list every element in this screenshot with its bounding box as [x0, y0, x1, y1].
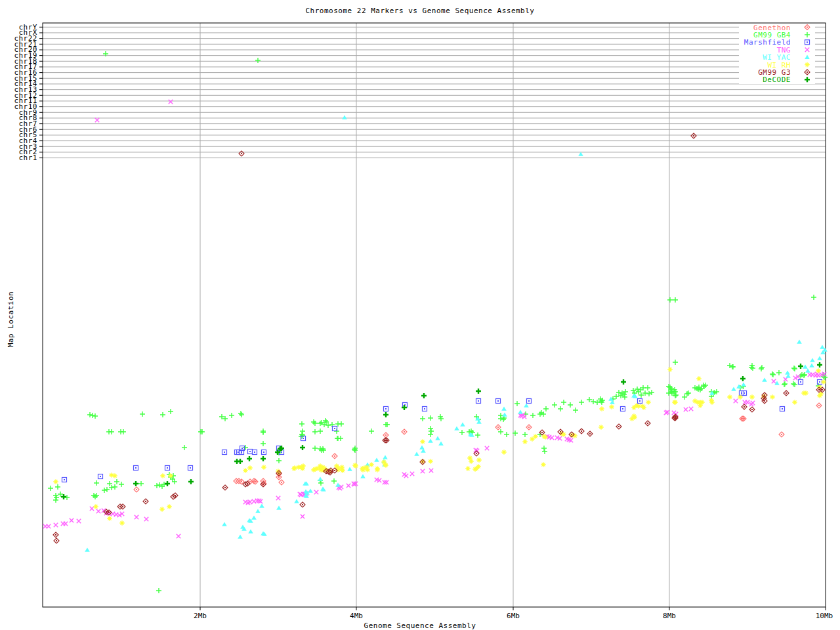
wi_yac-marker: [762, 377, 767, 381]
gm99_gb4-marker: [369, 429, 374, 434]
wi_rh-marker: [522, 439, 528, 444]
gm99_g3-marker-dot: [744, 406, 745, 408]
marshfield-marker-dot: [224, 452, 225, 453]
gm99_g3-marker-dot: [476, 453, 477, 454]
wi_rh-marker: [667, 367, 673, 372]
gm99_gb4-marker: [673, 297, 678, 303]
tng-marker: [485, 446, 489, 450]
wi_yac-marker: [255, 509, 261, 513]
wi_yac-marker: [785, 370, 790, 374]
wi_rh-marker: [727, 394, 732, 400]
x-tick-label: 4Mb: [350, 612, 363, 620]
gm99_gb4-marker: [156, 588, 161, 593]
wi_yac-marker: [248, 529, 253, 533]
genethon-marker-dot: [497, 427, 499, 428]
gm99_gb4-marker: [90, 413, 95, 418]
x-tick-label: 10Mb: [816, 612, 833, 620]
wi_rh-marker: [160, 473, 165, 478]
gm99_gb4-marker: [579, 400, 584, 405]
tng-marker: [429, 469, 433, 472]
marshfield-marker-dot: [622, 408, 623, 410]
wi_rh-marker: [541, 462, 546, 467]
gm99_gb4-marker: [673, 360, 678, 365]
decode-marker: [61, 494, 66, 499]
wi_rh-marker: [792, 400, 797, 405]
wi_yac-marker: [460, 422, 465, 426]
legend-label-decode: DeCODE: [763, 75, 791, 84]
gm99_gb4-marker: [646, 391, 652, 396]
chromosome-label: chr1: [19, 154, 38, 162]
gm99_gb4-marker: [276, 458, 282, 463]
wi_yac-marker: [85, 547, 90, 551]
genethon-marker-dot: [136, 489, 137, 490]
x-tick-label: 2Mb: [194, 612, 207, 620]
marshfield-marker-dot: [819, 381, 820, 383]
wi_rh-marker: [609, 404, 614, 410]
tng-marker: [346, 484, 350, 488]
decode-marker: [798, 364, 803, 369]
decode-marker: [133, 481, 138, 486]
marshfield-marker-dot: [782, 408, 783, 410]
gm99_gb4-marker: [595, 400, 600, 405]
legend-gm99_g3-marker-dot: [807, 72, 808, 73]
gm99_g3-marker-dot: [56, 540, 57, 541]
gm99_g3-marker-dot: [247, 483, 248, 484]
gm99_gb4-marker: [318, 421, 323, 426]
gm99_g3-marker-dot: [386, 440, 387, 441]
wi_yac-marker: [809, 363, 814, 367]
wi_yac-marker: [251, 515, 257, 519]
gm99_gb4-marker: [727, 363, 732, 368]
gm99_g3-marker-dot: [618, 426, 620, 427]
gm99_gb4-marker: [667, 385, 673, 390]
gm99_gb4-marker: [157, 482, 162, 488]
tng-marker: [77, 519, 81, 523]
gm99_gb4-marker: [261, 430, 266, 435]
gm99_gb4-marker: [299, 421, 304, 427]
genethon-marker-dot: [404, 431, 405, 432]
gm99_gb4-marker: [182, 445, 187, 450]
tng-marker: [421, 469, 425, 473]
wi_yac-marker: [805, 368, 810, 372]
gm99_gb4-marker: [792, 366, 797, 371]
gm99_gb4-marker: [504, 432, 509, 437]
wi_yac-marker: [308, 488, 313, 492]
gm99_gb4-marker: [312, 446, 318, 451]
tng-marker: [772, 379, 776, 383]
wi_rh-marker: [159, 507, 165, 512]
gm99_gb4-marker: [622, 394, 627, 400]
gm99_gb4-marker: [318, 480, 324, 486]
wi_rh-marker: [476, 457, 482, 463]
decode-marker: [817, 362, 822, 368]
gm99_gb4-marker: [552, 402, 557, 408]
decode-marker: [261, 456, 266, 461]
tng-marker: [734, 399, 738, 403]
scatter-plot: 2Mb4Mb6Mb8Mb10MbchrYchrXchr22chr21chr20c…: [0, 0, 840, 630]
decode-marker: [300, 445, 305, 450]
decode-marker: [740, 376, 746, 381]
wi_rh-marker: [673, 400, 678, 405]
genethon-marker-dot: [528, 427, 530, 428]
wi_rh-marker: [646, 400, 651, 405]
gm99_gb4-marker: [759, 365, 765, 370]
gm99_gb4-marker: [686, 390, 691, 396]
gm99_gb4-marker: [93, 494, 98, 499]
gm99_gb4-marker: [542, 449, 547, 454]
marshfield-marker-dot: [334, 428, 335, 429]
gm99_gb4-marker: [428, 432, 433, 437]
gm99_gb4-marker: [568, 402, 573, 408]
wi_rh-marker: [696, 376, 702, 381]
gm99_gb4-marker: [331, 478, 337, 484]
wi_rh-marker: [598, 425, 604, 430]
gm99_gb4-marker: [104, 487, 110, 492]
wi_yac-marker: [501, 406, 507, 410]
marshfield-marker-dot: [478, 400, 479, 402]
decode-marker: [421, 393, 427, 398]
gm99_gb4-marker: [770, 371, 775, 377]
gm99_gb4-marker: [811, 295, 816, 300]
gm99_gb4-marker: [498, 416, 503, 421]
tng-marker: [751, 401, 755, 405]
marshfield-marker-dot: [263, 452, 264, 453]
wi_rh-marker: [599, 406, 604, 411]
gm99_gb4-marker: [385, 422, 390, 427]
gm99_gb4-marker: [138, 481, 144, 486]
